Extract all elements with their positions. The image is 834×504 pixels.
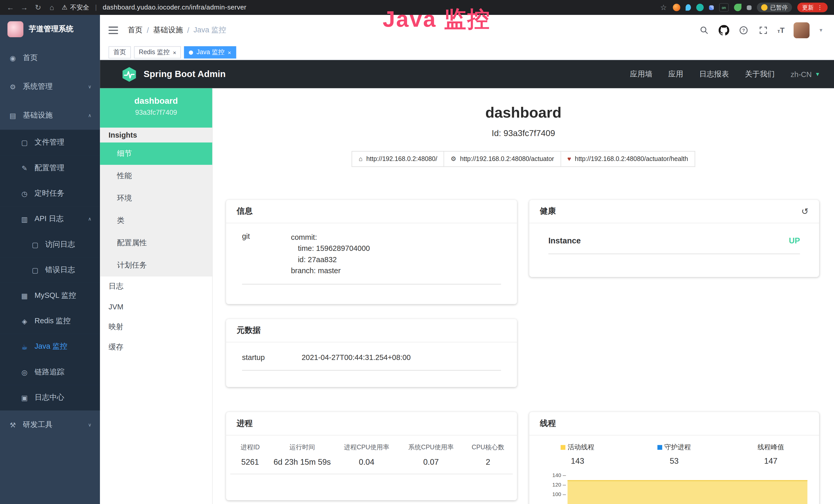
address-bar[interactable]: dashboard.yudao.iocoder.cn/infra/admin-s… bbox=[103, 4, 247, 11]
tab-java-monitor[interactable]: Java 监控 × bbox=[184, 46, 236, 59]
extension-leaf-icon[interactable] bbox=[734, 4, 742, 11]
sidebar-item-java-monitor[interactable]: ☕ Java 监控 bbox=[0, 334, 100, 359]
sidebar-item-scheduled-tasks[interactable]: ◷ 定时任务 bbox=[0, 181, 100, 206]
nav-item-classes[interactable]: 类 bbox=[100, 209, 212, 232]
fullscreen-icon[interactable] bbox=[758, 25, 768, 35]
reload-icon[interactable]: ↻ bbox=[34, 3, 42, 12]
search-icon[interactable] bbox=[699, 25, 709, 35]
nav-item-jvm[interactable]: JVM bbox=[100, 297, 212, 317]
extension-puzzle-icon[interactable] bbox=[747, 5, 751, 10]
sidebar-item-api-logs[interactable]: ▥ API 日志 ∧ bbox=[0, 206, 100, 232]
sidebar-item-tracing[interactable]: ◎ 链路追踪 bbox=[0, 360, 100, 385]
sidebar-item-home[interactable]: ◉ 首页 bbox=[0, 44, 100, 72]
instance-sidebar: dashboard 93a3fc7f7409 Insights 细节 性能 环境… bbox=[100, 88, 213, 504]
warning-icon: ⚠ bbox=[62, 4, 67, 11]
sba-nav-wallboard[interactable]: 应用墙 bbox=[630, 69, 652, 79]
nav-item-logs[interactable]: 日志 bbox=[100, 276, 212, 297]
nav-item-config-props[interactable]: 配置属性 bbox=[100, 232, 212, 254]
topbar-actions: ? тT ▼ bbox=[699, 22, 823, 38]
tools-icon: ⚒ bbox=[8, 421, 17, 429]
nav-item-metrics[interactable]: 性能 bbox=[100, 165, 212, 187]
active-dot bbox=[189, 50, 193, 55]
extension-fox-icon[interactable] bbox=[673, 4, 680, 11]
actuator-url-link[interactable]: ⚙ http://192.168.0.2:48080/actuator bbox=[444, 151, 561, 167]
sidebar-item-infrastructure[interactable]: ▤ 基础设施 ∧ bbox=[0, 101, 100, 130]
close-icon[interactable]: × bbox=[228, 49, 231, 56]
sba-locale-select[interactable]: zh-CN ▼ bbox=[791, 70, 820, 78]
status-badge: UP bbox=[789, 236, 800, 245]
forward-icon[interactable]: → bbox=[20, 3, 28, 12]
file-icon: ▢ bbox=[20, 138, 29, 146]
extension-drop-icon[interactable] bbox=[685, 4, 691, 11]
breadcrumb-infrastructure[interactable]: 基础设施 bbox=[153, 25, 183, 35]
process-table-header: 进程ID 运行时间 进程CPU使用率 系统CPU使用率 CPU核心数 bbox=[231, 443, 513, 452]
hamburger-icon[interactable] bbox=[108, 26, 118, 34]
java-icon: ☕ bbox=[20, 343, 29, 351]
nav-item-mappings[interactable]: 映射 bbox=[100, 317, 212, 337]
sba-brand[interactable]: Spring Boot Admin bbox=[121, 66, 225, 82]
browser-chrome: ← → ↻ ⌂ ⚠ 不安全 | dashboard.yudao.iocoder.… bbox=[0, 0, 834, 15]
git-value: commit: time: 1596289704000 id: 27aa832 … bbox=[291, 232, 370, 276]
close-icon[interactable]: × bbox=[173, 49, 176, 56]
caret-down-icon[interactable]: ▼ bbox=[818, 27, 823, 33]
back-icon[interactable]: ← bbox=[6, 3, 14, 12]
home-icon[interactable]: ⌂ bbox=[48, 3, 56, 12]
sidebar-item-log-center[interactable]: ▣ 日志中心 bbox=[0, 385, 100, 410]
extension-grid-icon[interactable] bbox=[709, 5, 714, 10]
bookmark-star-icon[interactable]: ☆ bbox=[660, 3, 667, 12]
nav-item-details[interactable]: 细节 bbox=[100, 142, 212, 165]
instance-id-subtitle: Id: 93a3fc7f7409 bbox=[213, 129, 834, 138]
sidebar-item-dev-tools[interactable]: ⚒ 研发工具 ∨ bbox=[0, 411, 100, 439]
redis-icon: ◈ bbox=[20, 317, 29, 325]
doc-icon: ▢ bbox=[31, 266, 39, 274]
kebab-menu-icon[interactable]: ⋮ bbox=[817, 4, 823, 11]
svg-text:?: ? bbox=[742, 28, 745, 32]
tab-redis-monitor[interactable]: Redis 监控 × bbox=[134, 46, 181, 59]
heart-icon: ♥ bbox=[567, 155, 571, 163]
font-size-icon[interactable]: тT bbox=[777, 26, 785, 34]
github-icon[interactable] bbox=[719, 25, 729, 35]
breadcrumb-home[interactable]: 首页 bbox=[128, 25, 142, 35]
browser-toolbar-right: ☆ on 已暂停 更新 ⋮ bbox=[660, 3, 828, 12]
service-url-link[interactable]: ⌂ http://192.168.0.2:48080/ bbox=[352, 151, 444, 167]
nav-item-caches[interactable]: 缓存 bbox=[100, 337, 212, 358]
sidebar-item-error-logs[interactable]: ▢ 错误日志 bbox=[0, 257, 100, 283]
update-button[interactable]: 更新 ⋮ bbox=[797, 3, 828, 12]
edit-icon: ✎ bbox=[20, 164, 29, 172]
info-card: 信息 git commit: time: 1596289704000 id: 2… bbox=[226, 200, 517, 304]
avatar[interactable] bbox=[794, 22, 810, 38]
sidebar-item-mysql-monitor[interactable]: ▦ MySQL 监控 bbox=[0, 283, 100, 308]
process-card-title: 进程 bbox=[237, 418, 253, 429]
sidebar-item-access-logs[interactable]: ▢ 访问日志 bbox=[0, 232, 100, 257]
health-url-link[interactable]: ♥ http://192.168.0.2:48080/actuator/heal… bbox=[561, 151, 695, 167]
sidebar-item-file-management[interactable]: ▢ 文件管理 bbox=[0, 130, 100, 155]
eye-icon: ◎ bbox=[20, 368, 29, 376]
screen: ← → ↻ ⌂ ⚠ 不安全 | dashboard.yudao.iocoder.… bbox=[0, 0, 834, 504]
sba-nav-journal[interactable]: 日志报表 bbox=[699, 69, 729, 79]
sidebar-item-redis-monitor[interactable]: ◈ Redis 监控 bbox=[0, 308, 100, 334]
git-key: git bbox=[242, 232, 291, 276]
extension-video-icon[interactable] bbox=[696, 4, 704, 11]
sba-nav-about[interactable]: 关于我们 bbox=[745, 69, 775, 79]
nav-item-scheduled-tasks[interactable]: 计划任务 bbox=[100, 254, 212, 276]
live-threads-area bbox=[568, 480, 808, 504]
extension-on-badge[interactable]: on bbox=[719, 3, 729, 12]
health-instance-label: Instance bbox=[548, 236, 581, 245]
tab-home[interactable]: 首页 bbox=[108, 46, 131, 59]
history-icon[interactable]: ↺ bbox=[802, 206, 809, 216]
instance-header[interactable]: dashboard 93a3fc7f7409 bbox=[100, 88, 212, 128]
sidebar-item-system[interactable]: ⚙ 系统管理 ∨ bbox=[0, 72, 100, 101]
clock-icon: ◷ bbox=[20, 189, 29, 198]
app-logo[interactable]: 芋道管理系统 bbox=[0, 15, 100, 44]
nav-item-environment[interactable]: 环境 bbox=[100, 187, 212, 209]
monitor-icon: ▤ bbox=[8, 111, 17, 119]
help-icon[interactable]: ? bbox=[738, 25, 748, 35]
site-security-warning[interactable]: ⚠ 不安全 bbox=[62, 3, 89, 12]
startup-row: startup 2021-04-27T00:44:31.254+08:00 bbox=[242, 343, 501, 371]
paused-badge[interactable]: 已暂停 bbox=[757, 3, 792, 12]
startup-value: 2021-04-27T00:44:31.254+08:00 bbox=[302, 353, 411, 362]
insights-group: Insights 细节 性能 环境 类 配置属性 计划任务 bbox=[100, 128, 212, 276]
sba-nav-applications[interactable]: 应用 bbox=[668, 69, 683, 79]
sidebar-item-config-management[interactable]: ✎ 配置管理 bbox=[0, 155, 100, 181]
gear-icon: ⚙ bbox=[8, 83, 17, 91]
